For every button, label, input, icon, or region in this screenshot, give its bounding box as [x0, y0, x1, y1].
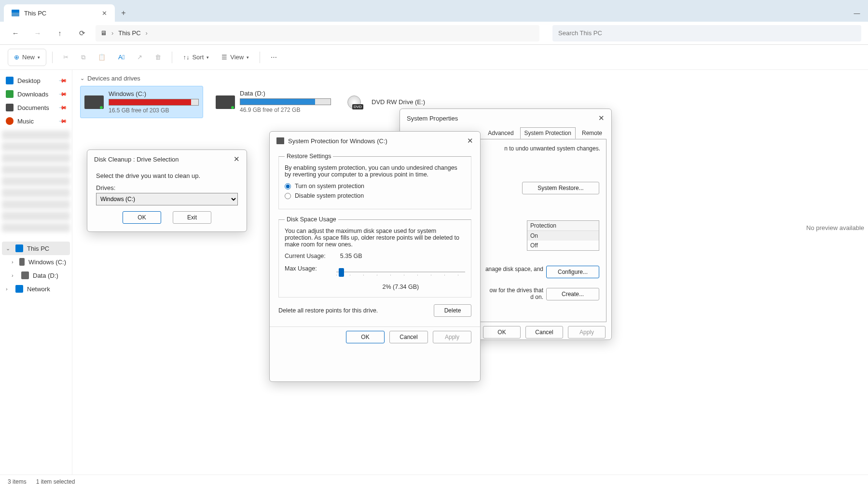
- tab-close-icon[interactable]: ✕: [102, 10, 107, 17]
- music-icon: [6, 117, 14, 125]
- sort-button[interactable]: ↑↓ Sort ▾: [178, 49, 214, 66]
- back-button[interactable]: ←: [7, 25, 24, 42]
- drive-d[interactable]: Data (D:) 46.9 GB free of 272 GB: [212, 86, 335, 118]
- system-restore-button[interactable]: System Restore...: [522, 182, 599, 194]
- sidebar-item-blurred: [2, 212, 70, 220]
- ok-button[interactable]: OK: [346, 331, 385, 343]
- disk-cleanup-dialog: Disk Cleanup : Drive Selection ✕ Select …: [87, 149, 247, 232]
- new-tab-button[interactable]: +: [115, 4, 132, 22]
- plus-circle-icon: ⊕: [14, 54, 19, 61]
- protection-table[interactable]: Protection On Off: [527, 220, 599, 251]
- sidebar-item-blurred: [2, 131, 70, 139]
- more-button[interactable]: ⋯: [266, 49, 282, 66]
- sort-label: Sort: [192, 54, 204, 61]
- drive-icon: [21, 271, 29, 279]
- sidebar-item-blurred: [2, 154, 70, 163]
- view-button[interactable]: ☰ View ▾: [217, 49, 254, 66]
- sidebar-item-drive-c[interactable]: ›Windows (C:): [2, 255, 70, 269]
- drive-hdd-icon: [216, 95, 235, 109]
- apply-button[interactable]: Apply: [568, 326, 606, 339]
- share-button[interactable]: ↗: [132, 49, 147, 66]
- divider: [172, 52, 172, 63]
- chevron-down-icon: ▾: [247, 55, 249, 60]
- dialog-titlebar[interactable]: Disk Cleanup : Drive Selection ✕: [87, 150, 247, 168]
- tab-advanced[interactable]: Advanced: [483, 127, 518, 139]
- cancel-button[interactable]: Cancel: [389, 331, 428, 343]
- sidebar-item-documents[interactable]: Documents📌: [2, 101, 70, 114]
- disk-desc: You can adjust the maximum disk space us…: [285, 228, 465, 248]
- status-selected-count: 1 item selected: [36, 478, 75, 485]
- drive-select[interactable]: Windows (C:): [96, 193, 238, 205]
- system-protection-dialog: System Protection for Windows (C:) ✕ Res…: [269, 131, 481, 382]
- drive-c[interactable]: Windows (C:) 16.5 GB free of 203 GB: [80, 86, 203, 118]
- dialog-title: System Properties: [407, 115, 458, 122]
- chevron-right-icon[interactable]: ›: [12, 272, 17, 278]
- radio-label: Turn on system protection: [295, 183, 364, 190]
- sidebar-item-blurred: [2, 165, 70, 174]
- group-legend: Disk Space Usage: [285, 216, 338, 223]
- radio-turn-on[interactable]: Turn on system protection: [285, 183, 465, 190]
- sidebar-item-this-pc[interactable]: ⌄This PC: [2, 242, 70, 255]
- slider-thumb[interactable]: [339, 268, 344, 277]
- browser-tab[interactable]: This PC ✕: [4, 4, 115, 22]
- table-row[interactable]: On: [527, 231, 599, 241]
- search-input[interactable]: Search This PC: [552, 25, 861, 41]
- tab-remote[interactable]: Remote: [578, 127, 606, 139]
- configure-button[interactable]: Configure...: [546, 266, 599, 278]
- minimize-icon[interactable]: —: [846, 4, 868, 22]
- sidebar-label: Music: [17, 118, 34, 125]
- close-icon[interactable]: ✕: [467, 136, 473, 145]
- up-button[interactable]: ↑: [51, 25, 69, 42]
- forward-button[interactable]: →: [29, 25, 46, 42]
- apply-button[interactable]: Apply: [433, 331, 471, 343]
- ok-button[interactable]: OK: [123, 211, 161, 224]
- chevron-right-icon[interactable]: ›: [146, 29, 148, 37]
- create-button[interactable]: Create...: [546, 288, 599, 300]
- preview-placeholder: No preview available: [806, 224, 864, 231]
- radio-disable[interactable]: Disable system protection: [285, 192, 465, 199]
- disk-space-group: Disk Space Usage You can adjust the maxi…: [278, 216, 471, 298]
- sidebar-item-downloads[interactable]: Downloads📌: [2, 87, 70, 101]
- radio-input[interactable]: [285, 183, 291, 190]
- radio-input[interactable]: [285, 193, 291, 199]
- paste-button[interactable]: 📋: [93, 49, 110, 66]
- dialog-title: System Protection for Windows (C:): [288, 137, 387, 145]
- address-bar[interactable]: 🖥 › This PC ›: [96, 25, 539, 41]
- close-icon[interactable]: ✕: [598, 114, 605, 122]
- delete-button[interactable]: Delete: [434, 304, 471, 317]
- monitor-icon: 🖥: [100, 29, 107, 37]
- window-controls: —: [846, 4, 868, 22]
- chevron-down-icon: ⌄: [80, 75, 84, 81]
- max-usage-label: Max Usage:: [285, 265, 317, 272]
- sidebar-item-desktop[interactable]: Desktop📌: [2, 74, 70, 87]
- sidebar-item-blurred: [2, 177, 70, 186]
- chevron-right-icon[interactable]: ›: [6, 286, 12, 292]
- copy-button[interactable]: ⧉: [76, 49, 90, 66]
- sidebar-item-blurred: [2, 200, 70, 209]
- sidebar-label: This PC: [27, 245, 49, 252]
- ok-button[interactable]: OK: [483, 326, 521, 339]
- dialog-titlebar[interactable]: System Protection for Windows (C:) ✕: [270, 132, 480, 150]
- sidebar-item-music[interactable]: Music📌: [2, 114, 70, 128]
- dialog-titlebar[interactable]: System Properties ✕: [400, 109, 611, 127]
- cancel-button[interactable]: Cancel: [525, 326, 563, 339]
- sidebar: Desktop📌 Downloads📌 Documents📌 Music📌 ⌄T…: [0, 70, 72, 474]
- tab-system-protection[interactable]: System Protection: [520, 127, 576, 139]
- table-row[interactable]: Off: [527, 241, 599, 250]
- exit-button[interactable]: Exit: [173, 211, 211, 224]
- new-button[interactable]: ⊕ New ▾: [8, 49, 46, 66]
- refresh-button[interactable]: ⟳: [73, 25, 91, 42]
- delete-button[interactable]: 🗑: [150, 49, 166, 66]
- sidebar-item-drive-d[interactable]: ›Data (D:): [2, 269, 70, 282]
- sidebar-item-network[interactable]: ›Network: [2, 282, 70, 296]
- close-icon[interactable]: ✕: [234, 155, 240, 163]
- desktop-icon: [6, 77, 14, 84]
- chevron-right-icon[interactable]: ›: [12, 259, 15, 265]
- chevron-down-icon[interactable]: ⌄: [6, 245, 12, 252]
- breadcrumb-location[interactable]: This PC: [118, 29, 140, 37]
- max-usage-slider[interactable]: [336, 268, 465, 277]
- section-header-drives[interactable]: ⌄ Devices and drives: [80, 75, 860, 82]
- clipboard-icon: 📋: [98, 54, 106, 61]
- cut-button[interactable]: ✂: [58, 49, 73, 66]
- rename-button[interactable]: Aͮ: [113, 49, 129, 66]
